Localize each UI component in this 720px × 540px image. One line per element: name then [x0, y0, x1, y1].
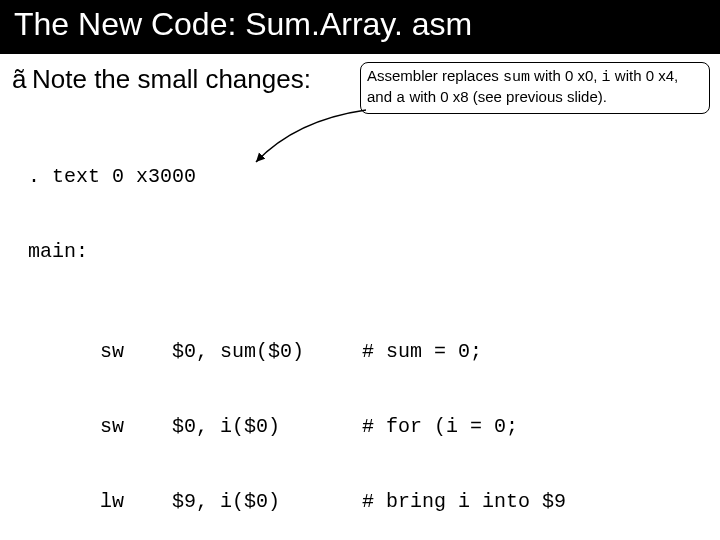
note-code-a: a	[396, 90, 405, 107]
bullet-mark: ã	[12, 64, 32, 95]
slide-title: The New Code: Sum.Array. asm	[0, 0, 720, 54]
arguments: $0, sum($0)	[172, 339, 332, 364]
comment: # sum = 0;	[332, 339, 482, 364]
table-row: lw $9, i($0) # bring i into $9	[28, 489, 698, 514]
mnemonic: lw	[28, 489, 172, 514]
arguments: $9, i($0)	[172, 489, 332, 514]
mnemonic: sw	[28, 414, 172, 439]
assembler-note: Assembler replaces sum with 0 x0, i with…	[360, 62, 710, 114]
mnemonic: sw	[28, 339, 172, 364]
comment: # bring i into $9	[332, 489, 566, 514]
slide: The New Code: Sum.Array. asm ãNote the s…	[0, 0, 720, 540]
label-main: main:	[28, 239, 698, 264]
comment: # for (i = 0;	[332, 414, 518, 439]
arguments: $0, i($0)	[172, 414, 332, 439]
note-suffix: with 0 x8 (see previous slide).	[405, 88, 607, 105]
note-code-sum: sum	[503, 69, 530, 86]
note-mid1: with 0 x0,	[530, 67, 602, 84]
note-code-i: i	[602, 69, 611, 86]
note-prefix: Assembler replaces	[367, 67, 503, 84]
bullet-text: Note the small changes:	[32, 64, 311, 94]
table-row: sw $0, i($0) # for (i = 0;	[28, 414, 698, 439]
table-row: sw $0, sum($0) # sum = 0;	[28, 339, 698, 364]
directive-line: . text 0 x3000	[28, 164, 698, 189]
code-listing: . text 0 x3000 main: sw $0, sum($0) # su…	[28, 114, 698, 540]
